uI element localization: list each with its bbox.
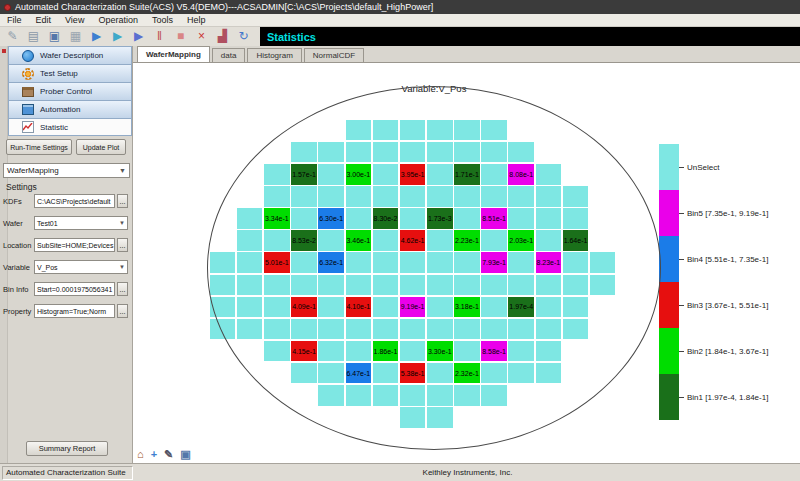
field-input-wafer[interactable]: Test01▼ <box>34 216 128 230</box>
wafer-cell[interactable] <box>400 186 426 207</box>
wafer-cell[interactable] <box>536 275 562 296</box>
wafer-cell[interactable] <box>427 164 453 185</box>
wafer-cell[interactable] <box>237 275 263 296</box>
wafer-cell[interactable] <box>264 319 290 340</box>
wafer-cell[interactable] <box>400 208 426 229</box>
wafer-cell[interactable] <box>237 252 263 273</box>
wafer-cell-value[interactable]: 1.73e-3 <box>427 208 453 229</box>
menu-edit[interactable]: Edit <box>29 14 59 27</box>
wafer-cell[interactable] <box>563 297 589 318</box>
wafer-cell[interactable] <box>346 252 372 273</box>
wafer-cell[interactable] <box>481 142 507 163</box>
wafer-cell-value[interactable]: 1.64e-1 <box>563 230 589 251</box>
wafer-cell[interactable] <box>291 208 317 229</box>
wafer-cell[interactable] <box>563 252 589 273</box>
wafer-cell[interactable] <box>346 186 372 207</box>
wafer-cell[interactable] <box>264 230 290 251</box>
wafer-cell[interactable] <box>318 341 344 362</box>
wafer-cell-value[interactable]: 7.93e-1 <box>481 252 507 273</box>
wafer-cell[interactable] <box>318 275 344 296</box>
wafer-cell[interactable] <box>508 208 534 229</box>
wafer-cell[interactable] <box>454 275 480 296</box>
wafer-cell[interactable] <box>427 363 453 384</box>
wafer-cell[interactable] <box>400 275 426 296</box>
run-icon[interactable]: ▶ <box>86 27 107 46</box>
wafer-cell[interactable] <box>590 252 616 273</box>
wafer-cell[interactable] <box>536 297 562 318</box>
wafer-cell-value[interactable]: 5.01e-1 <box>264 252 290 273</box>
wafer-cell[interactable] <box>237 208 263 229</box>
wafer-cell[interactable] <box>264 297 290 318</box>
wafer-cell[interactable] <box>508 275 534 296</box>
nav-wafer-description[interactable]: Wafer Description <box>8 46 132 64</box>
wafer-cell[interactable] <box>264 275 290 296</box>
wafer-cell[interactable] <box>373 186 399 207</box>
wafer-cell[interactable] <box>264 164 290 185</box>
wafer-cell[interactable] <box>346 142 372 163</box>
wafer-cell[interactable] <box>508 341 534 362</box>
chart-icon[interactable]: ▟ <box>212 27 233 46</box>
wafer-cell[interactable] <box>373 230 399 251</box>
wafer-cell[interactable] <box>536 164 562 185</box>
tab-histogram[interactable]: Histogram <box>247 48 301 62</box>
wafer-cell[interactable] <box>536 319 562 340</box>
wafer-cell[interactable] <box>373 120 399 141</box>
wafer-cell[interactable] <box>346 120 372 141</box>
wafer-cell-value[interactable]: 4.62e-1 <box>400 230 426 251</box>
menu-operation[interactable]: Operation <box>91 14 145 27</box>
wafer-cell[interactable] <box>427 252 453 273</box>
wafer-cell[interactable] <box>346 319 372 340</box>
wafer-cell-value[interactable]: 1.71e-1 <box>454 164 480 185</box>
wafer-cell[interactable] <box>508 319 534 340</box>
wafer-cell[interactable] <box>318 142 344 163</box>
wafer-cell[interactable] <box>481 385 507 406</box>
wafer-cell[interactable] <box>536 363 562 384</box>
nav-statistic[interactable]: Statistic <box>8 118 132 136</box>
update-plot-button[interactable]: Update Plot <box>76 139 126 155</box>
wafer-cell-value[interactable]: 8.23e-1 <box>536 252 562 273</box>
wafer-cell-value[interactable]: 3.18e-1 <box>454 297 480 318</box>
wafer-cell[interactable] <box>508 252 534 273</box>
wafer-cell[interactable] <box>346 341 372 362</box>
wafer-cell[interactable] <box>454 385 480 406</box>
wafer-cell-value[interactable]: 8.53e-2 <box>291 230 317 251</box>
wafer-cell[interactable] <box>373 319 399 340</box>
wafer-cell[interactable] <box>237 297 263 318</box>
run-time-settings-button[interactable]: Run-Time Settings <box>6 139 72 155</box>
wafer-cell-value[interactable]: 2.32e-1 <box>454 363 480 384</box>
wafer-cell-value[interactable]: 3.30e-1 <box>427 341 453 362</box>
wafer-cell[interactable] <box>346 275 372 296</box>
wafer-cell[interactable] <box>210 252 236 273</box>
nav-automation[interactable]: Automation <box>8 100 132 118</box>
wafer-cell[interactable] <box>454 319 480 340</box>
wafer-cell[interactable] <box>590 275 616 296</box>
wafer-cell[interactable] <box>237 319 263 340</box>
wafer-cell-value[interactable]: 1.86e-1 <box>373 341 399 362</box>
wafer-cell[interactable] <box>291 319 317 340</box>
save-icon[interactable]: ▣ <box>180 448 190 461</box>
browse-button-bin-info[interactable]: ... <box>117 282 128 296</box>
menu-view[interactable]: View <box>58 14 91 27</box>
wafer-cell[interactable] <box>400 142 426 163</box>
wafer-cell[interactable] <box>373 363 399 384</box>
wafer-cell[interactable] <box>454 208 480 229</box>
wafer-cell[interactable] <box>427 297 453 318</box>
wafer-cell[interactable] <box>481 120 507 141</box>
wafer-cell[interactable] <box>563 186 589 207</box>
browse-button-kdfs[interactable]: ... <box>117 194 128 208</box>
wafer-cell[interactable] <box>400 385 426 406</box>
wafer-cell-value[interactable]: 3.95e-1 <box>400 164 426 185</box>
chevron-down-icon[interactable]: ▼ <box>119 264 125 270</box>
wafer-cell[interactable] <box>237 230 263 251</box>
wafer-cell[interactable] <box>481 297 507 318</box>
wafer-cell[interactable] <box>291 252 317 273</box>
wafer-cell[interactable] <box>400 319 426 340</box>
field-input-bin-info[interactable]: Start=0.0001975056341 <box>34 282 115 296</box>
wafer-cell-value[interactable]: 8.30e-2 <box>373 208 399 229</box>
chevron-down-icon[interactable]: ▼ <box>119 220 125 226</box>
stop-icon[interactable]: ■ <box>170 27 191 46</box>
wafer-cell[interactable] <box>400 341 426 362</box>
home-icon[interactable]: ⌂ <box>137 448 144 461</box>
wafer-cell[interactable] <box>427 385 453 406</box>
wafer-cell-value[interactable]: 6.30e-1 <box>318 208 344 229</box>
